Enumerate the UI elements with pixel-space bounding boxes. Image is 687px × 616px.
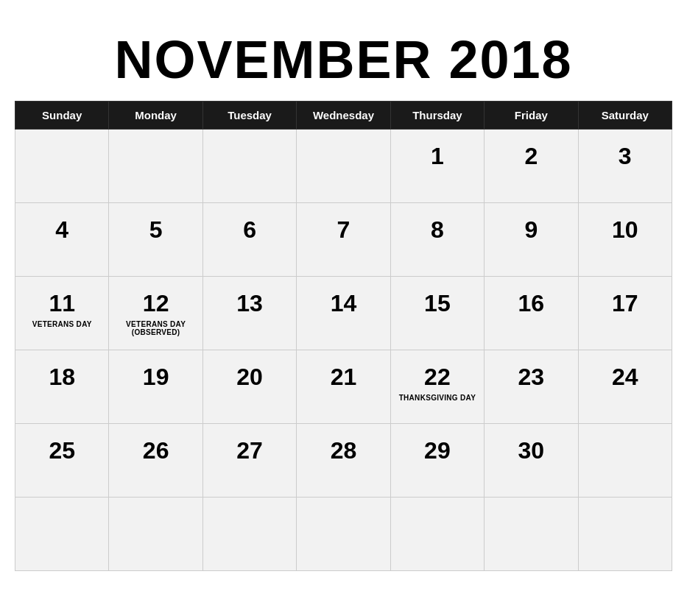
calendar-cell: 5 [109, 203, 202, 277]
day-number: 16 [492, 290, 570, 317]
calendar-cell [390, 498, 484, 571]
calendar-cell: 19 [109, 350, 202, 424]
day-number: 1 [398, 143, 476, 170]
day-number: 15 [398, 290, 476, 317]
day-number: 13 [211, 290, 289, 317]
calendar-cell [202, 130, 296, 203]
calendar-cell: 15 [390, 277, 484, 350]
calendar-cell: 23 [485, 350, 578, 424]
calendar-cell [297, 130, 390, 203]
day-number: 4 [23, 216, 101, 244]
day-number: 26 [116, 437, 194, 464]
calendar-cell [15, 130, 109, 203]
day-event: VETERANS DAY [23, 320, 101, 328]
header-sunday: Sunday [15, 102, 109, 130]
day-number: 9 [492, 216, 570, 244]
calendar-cell: 11VETERANS DAY [15, 277, 109, 350]
header-thursday: Thursday [390, 102, 484, 130]
calendar-week-row: 123 [15, 130, 672, 203]
calendar-cell: 6 [202, 203, 296, 277]
header-wednesday: Wednesday [297, 102, 390, 130]
header-saturday: Saturday [578, 102, 672, 130]
calendar-cell [109, 130, 202, 203]
calendar-cell: 14 [297, 277, 390, 350]
header-friday: Friday [485, 102, 578, 130]
day-event: THANKSGIVING DAY [398, 394, 476, 402]
day-number: 27 [211, 437, 289, 464]
day-number: 19 [116, 364, 194, 391]
day-number: 6 [211, 216, 289, 244]
day-number: 25 [23, 437, 101, 464]
calendar-cell: 24 [578, 350, 672, 424]
day-number: 21 [304, 364, 382, 391]
day-number: 30 [492, 437, 570, 464]
calendar-cell: 3 [578, 130, 672, 203]
calendar-cell: 30 [485, 424, 578, 498]
calendar-cell: 9 [485, 203, 578, 277]
day-number: 8 [398, 216, 476, 244]
day-number: 28 [304, 437, 382, 464]
calendar-cell [578, 498, 672, 571]
calendar-cell: 12VETERANS DAY (OBSERVED) [109, 277, 202, 350]
day-number: 11 [23, 290, 101, 317]
header-tuesday: Tuesday [202, 102, 296, 130]
header-monday: Monday [109, 102, 202, 130]
calendar-cell: 26 [109, 424, 202, 498]
calendar-cell: 2 [485, 130, 578, 203]
calendar-cell: 16 [485, 277, 578, 350]
calendar-cell: 20 [202, 350, 296, 424]
day-number: 23 [492, 364, 570, 391]
calendar-cell: 17 [578, 277, 672, 350]
day-number: 29 [398, 437, 476, 464]
days-header-row: Sunday Monday Tuesday Wednesday Thursday… [15, 102, 672, 130]
day-number: 7 [304, 216, 382, 244]
calendar-cell [109, 498, 202, 571]
calendar-cell: 27 [202, 424, 296, 498]
calendar-cell: 29 [390, 424, 484, 498]
calendar-cell [202, 498, 296, 571]
calendar-week-row: 252627282930 [15, 424, 672, 498]
calendar-cell: 25 [15, 424, 109, 498]
calendar-cell: 7 [297, 203, 390, 277]
calendar-cell: 22THANKSGIVING DAY [390, 350, 484, 424]
calendar-cell: 1 [390, 130, 484, 203]
calendar-cell: 4 [15, 203, 109, 277]
calendar-cell: 13 [202, 277, 296, 350]
day-number: 10 [586, 216, 664, 244]
day-number: 20 [211, 364, 289, 391]
calendar-cell: 21 [297, 350, 390, 424]
day-number: 5 [116, 216, 194, 244]
day-number: 22 [398, 364, 476, 391]
day-number: 2 [492, 143, 570, 170]
calendar-cell: 28 [297, 424, 390, 498]
day-number: 24 [586, 364, 664, 391]
day-number: 18 [23, 364, 101, 391]
day-number: 12 [116, 290, 194, 317]
calendar-title: NOVEMBER 2018 [15, 15, 672, 101]
day-number: 3 [586, 143, 664, 170]
calendar-week-row: 11VETERANS DAY12VETERANS DAY (OBSERVED)1… [15, 277, 672, 350]
day-event: VETERANS DAY (OBSERVED) [116, 320, 194, 336]
calendar-cell [485, 498, 578, 571]
calendar-cell [578, 424, 672, 498]
calendar-table: Sunday Monday Tuesday Wednesday Thursday… [15, 101, 672, 571]
calendar-container: NOVEMBER 2018 Sunday Monday Tuesday Wedn… [15, 15, 672, 571]
calendar-week-row: 1819202122THANKSGIVING DAY2324 [15, 350, 672, 424]
day-number: 14 [304, 290, 382, 317]
calendar-week-row [15, 498, 672, 571]
calendar-cell: 8 [390, 203, 484, 277]
calendar-cell [297, 498, 390, 571]
calendar-cell: 18 [15, 350, 109, 424]
calendar-cell [15, 498, 109, 571]
calendar-cell: 10 [578, 203, 672, 277]
day-number: 17 [586, 290, 664, 317]
calendar-week-row: 45678910 [15, 203, 672, 277]
